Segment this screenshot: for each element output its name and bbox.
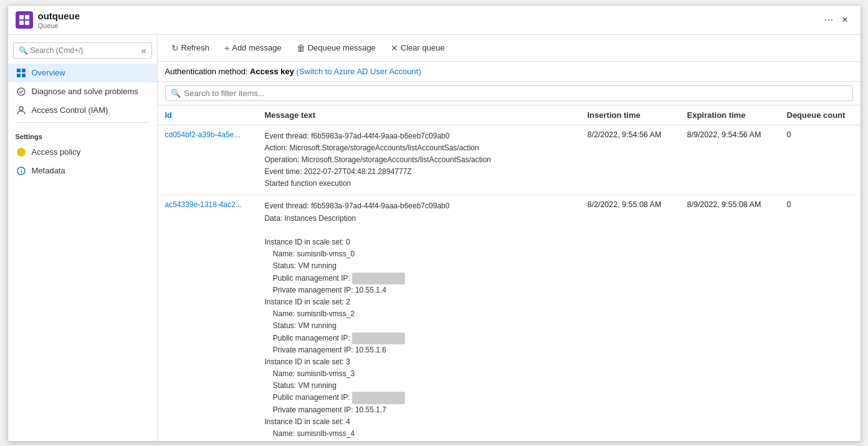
- metadata-icon: i: [16, 165, 27, 177]
- search-input[interactable]: [31, 46, 139, 55]
- svg-rect-3: [25, 21, 29, 25]
- settings-section-label: Settings: [8, 125, 157, 143]
- dequeue-message-button[interactable]: 🗑 Dequeue message: [290, 40, 382, 56]
- messages-table: Id Message text Insertion time Expiratio…: [158, 105, 861, 441]
- main-window: outqueue Queue ··· × 🔍 «: [7, 5, 861, 442]
- sidebar-item-diagnose[interactable]: Diagnose and solve problems: [8, 82, 157, 101]
- refresh-label: Refresh: [181, 43, 210, 52]
- cell-expiration-time: 8/9/2022, 9:54:56 AM: [680, 125, 780, 195]
- add-message-label: Add message: [232, 43, 282, 52]
- collapse-button[interactable]: «: [141, 46, 146, 56]
- overview-icon: [16, 67, 27, 79]
- table-wrap: Id Message text Insertion time Expiratio…: [158, 105, 861, 441]
- dequeue-message-label: Dequeue message: [308, 43, 376, 52]
- svg-rect-0: [19, 15, 24, 19]
- access-policy-label: Access policy: [32, 147, 81, 157]
- app-subtitle: Queue: [38, 22, 816, 29]
- app-icon: [16, 11, 33, 29]
- title-info: outqueue Queue: [38, 11, 816, 29]
- clear-icon: ✕: [391, 43, 398, 53]
- svg-rect-4: [17, 69, 21, 72]
- sidebar: 🔍 « Overview: [8, 35, 158, 441]
- cell-insertion-time: 8/2/2022, 9:54:56 AM: [580, 125, 680, 195]
- refresh-button[interactable]: ↻ Refresh: [165, 40, 216, 56]
- sidebar-item-access-control[interactable]: Access Control (IAM): [8, 101, 157, 120]
- filter-search-icon: 🔍: [171, 89, 181, 98]
- svg-rect-6: [17, 74, 21, 77]
- access-policy-icon: [16, 147, 27, 158]
- title-bar: outqueue Queue ··· ×: [8, 6, 861, 35]
- app-title: outqueue: [38, 11, 816, 22]
- sidebar-item-metadata[interactable]: i Metadata: [8, 162, 157, 180]
- filter-input-wrap[interactable]: 🔍: [165, 85, 853, 101]
- col-header-id: Id: [158, 105, 257, 125]
- clear-queue-label: Clear queue: [401, 43, 445, 52]
- svg-point-8: [19, 107, 23, 110]
- close-button[interactable]: ×: [837, 12, 852, 28]
- auth-prefix: Authentication method:: [165, 67, 248, 76]
- svg-text:i: i: [21, 168, 22, 175]
- auth-banner: Authentication method: Access key (Switc…: [158, 62, 861, 82]
- add-message-button[interactable]: + Add message: [218, 40, 288, 56]
- cell-message: Event thread: f6b5983a-97ad-44f4-9aaa-b6…: [257, 195, 580, 441]
- diagnose-icon: [16, 86, 27, 97]
- svg-rect-7: [22, 74, 26, 77]
- clear-queue-button[interactable]: ✕ Clear queue: [384, 40, 451, 56]
- overview-label: Overview: [32, 68, 65, 77]
- filter-input[interactable]: [184, 89, 847, 98]
- search-icon: 🔍: [19, 46, 28, 55]
- cell-id: cd054bf2-a39b-4a5e...: [158, 125, 257, 195]
- diagnose-label: Diagnose and solve problems: [32, 87, 138, 96]
- search-bar[interactable]: 🔍 «: [13, 42, 152, 59]
- cell-dequeue-count: 0: [780, 195, 861, 441]
- svg-rect-5: [22, 69, 26, 72]
- cell-dequeue-count: 0: [780, 125, 861, 195]
- main-body: 🔍 « Overview: [8, 35, 861, 441]
- refresh-icon: ↻: [171, 43, 179, 53]
- cell-expiration-time: 8/9/2022, 9:55:08 AM: [680, 195, 780, 441]
- sidebar-divider: [16, 122, 150, 123]
- add-icon: +: [224, 43, 229, 53]
- table-header-row: Id Message text Insertion time Expiratio…: [158, 105, 861, 125]
- svg-rect-1: [25, 15, 29, 19]
- col-header-message: Message text: [257, 105, 580, 125]
- col-header-expiration: Expiration time: [680, 105, 780, 125]
- table-row[interactable]: ac54339e-1318-4ac2...Event thread: f6b59…: [158, 195, 861, 441]
- content-area: ↻ Refresh + Add message 🗑 Dequeue messag…: [158, 35, 861, 441]
- col-header-dequeue: Dequeue count: [780, 105, 861, 125]
- auth-switch-link[interactable]: (Switch to Azure AD User Account): [297, 67, 421, 76]
- filter-bar: 🔍: [158, 82, 861, 105]
- sidebar-item-access-policy[interactable]: Access policy: [8, 143, 157, 162]
- col-header-insertion: Insertion time: [580, 105, 680, 125]
- cell-id: ac54339e-1318-4ac2...: [158, 195, 257, 441]
- svg-rect-2: [19, 21, 24, 25]
- access-control-icon: [16, 105, 27, 116]
- cell-message: Event thread: f6b5983a-97ad-44f4-9aaa-b6…: [257, 125, 580, 195]
- metadata-label: Metadata: [32, 166, 65, 175]
- toolbar: ↻ Refresh + Add message 🗑 Dequeue messag…: [158, 35, 861, 62]
- more-options-button[interactable]: ···: [820, 12, 837, 27]
- dequeue-icon: 🗑: [297, 43, 305, 53]
- sidebar-item-overview[interactable]: Overview: [8, 64, 157, 82]
- table-row[interactable]: cd054bf2-a39b-4a5e...Event thread: f6b59…: [158, 125, 861, 195]
- auth-method: Access key: [250, 67, 294, 76]
- cell-insertion-time: 8/2/2022, 9:55:08 AM: [580, 195, 680, 441]
- access-control-label: Access Control (IAM): [32, 105, 108, 115]
